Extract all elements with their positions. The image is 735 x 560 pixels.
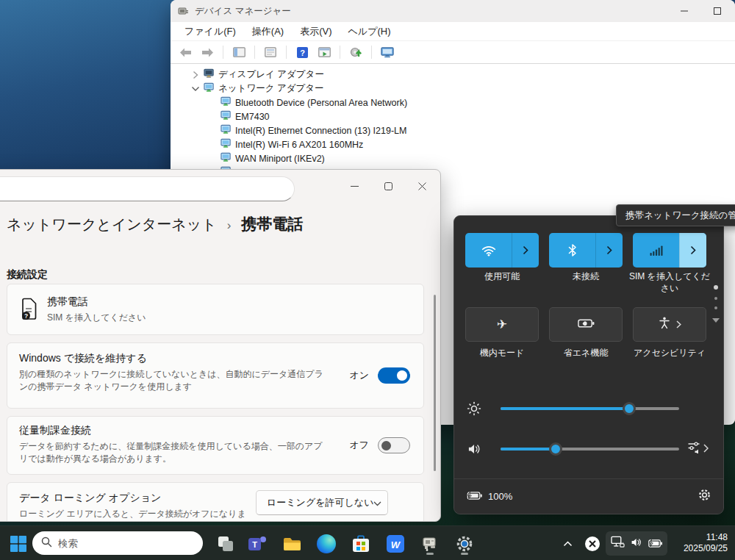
tree-item-display-adapters[interactable]: ディスプレイ アダプター — [191, 68, 324, 82]
metered-toggle[interactable] — [378, 437, 410, 453]
page-dot-active[interactable] — [714, 285, 718, 290]
settings-taskbar-icon[interactable] — [452, 531, 477, 556]
tree-item-network-adapters[interactable]: ネットワーク アダプター — [191, 82, 324, 96]
page-dot[interactable] — [714, 306, 717, 309]
task-view-button[interactable] — [213, 531, 238, 556]
maximize-button[interactable] — [371, 173, 405, 199]
system-tray-group[interactable] — [606, 531, 667, 556]
bluetooth-tile[interactable] — [549, 233, 623, 268]
menu-file[interactable]: ファイル(F) — [178, 23, 243, 40]
page-down-arrow-icon[interactable] — [712, 318, 720, 323]
page-dot[interactable] — [714, 297, 717, 300]
wps-office-icon[interactable]: W — [383, 531, 408, 556]
battery-tray-icon — [648, 537, 662, 550]
roaming-description: ローミング エリアに入ると、データ接続がオフになります。 — [19, 508, 262, 522]
help-icon[interactable]: ? — [293, 43, 311, 61]
roaming-dropdown[interactable]: ローミングを許可しない — [256, 490, 388, 515]
settings-search-box[interactable] — [0, 176, 295, 201]
tree-item-intel-ethernet[interactable]: Intel(R) Ethernet Connection (13) I219-L… — [220, 123, 406, 137]
bluetooth-icon[interactable] — [549, 233, 595, 268]
device-manager-app-icon — [178, 6, 189, 16]
device-manager-taskbar-icon[interactable] — [417, 531, 442, 556]
metered-connection-card: 従量制課金接続 データを節約するために、従量制課金接続を使用している場合、一部の… — [7, 416, 424, 475]
cellular-sim-card[interactable]: ? 携帯電話 SIM を挿入してください — [7, 284, 424, 335]
gear-icon[interactable] — [698, 488, 711, 505]
tree-item-label: Bluetooth Device (Personal Area Network) — [235, 98, 407, 108]
maximize-button[interactable] — [700, 0, 734, 22]
menu-view[interactable]: 表示(V) — [293, 23, 338, 40]
file-explorer-icon[interactable] — [279, 531, 304, 556]
display-adapter-icon — [204, 68, 215, 81]
wifi-tile[interactable] — [465, 233, 539, 268]
chevron-down-icon[interactable] — [191, 85, 200, 93]
svg-text:W: W — [391, 539, 401, 550]
tree-item-bluetooth-device[interactable]: Bluetooth Device (Personal Area Network) — [220, 96, 407, 110]
audio-output-selector[interactable] — [688, 441, 709, 456]
airplane-mode-tile[interactable]: ✈ — [465, 307, 539, 342]
menu-action[interactable]: 操作(A) — [245, 23, 290, 40]
toggle-state-label: オン — [349, 369, 369, 382]
audio-mixer-icon — [688, 441, 700, 456]
battery-saver-icon — [578, 318, 595, 331]
running-indicator — [461, 553, 468, 555]
breadcrumb-root[interactable]: ネットワークとインターネット — [7, 215, 217, 234]
minimize-button[interactable] — [337, 173, 371, 199]
start-button[interactable] — [7, 533, 29, 555]
microsoft-store-icon[interactable] — [348, 531, 373, 556]
wifi-expand-chevron-icon[interactable] — [512, 233, 539, 268]
cellular-card-title: 携帯電話 — [47, 295, 146, 309]
brightness-slider[interactable] — [501, 407, 679, 410]
breadcrumb: ネットワークとインターネット › 携帯電話 — [7, 214, 303, 234]
tray-chevron-up-icon[interactable] — [557, 531, 578, 556]
brightness-slider-thumb[interactable] — [623, 402, 636, 415]
settings-search-input[interactable] — [0, 177, 294, 201]
network-adapter-icon — [220, 138, 232, 151]
teams-app-icon[interactable]: T — [245, 531, 270, 556]
edge-browser-icon[interactable] — [314, 531, 339, 556]
properties-icon[interactable] — [262, 43, 279, 61]
device-manager-title: デバイス マネージャー — [195, 5, 291, 18]
battery-percent-label: 100% — [488, 491, 512, 502]
tree-item-wan-miniport[interactable]: WAN Miniport (IKEv2) — [220, 151, 325, 165]
menu-help[interactable]: ヘルプ(H) — [342, 23, 398, 40]
keep-connected-toggle[interactable] — [378, 367, 410, 384]
battery-status-button[interactable]: 100% — [466, 491, 512, 503]
accessibility-tile[interactable] — [633, 307, 706, 342]
volume-tray-icon — [631, 537, 642, 550]
volume-slider[interactable] — [501, 448, 679, 450]
wifi-tile-label: 使用可能 — [459, 270, 545, 282]
device-manager-menubar: ファイル(F) 操作(A) 表示(V) ヘルプ(H) — [171, 22, 735, 41]
cellular-signal-icon[interactable] — [633, 233, 679, 268]
back-icon[interactable] — [176, 43, 194, 61]
data-roaming-card: データ ローミング オプション ローミング エリアに入ると、データ接続がオフにな… — [7, 482, 424, 522]
taskbar-search-box[interactable] — [32, 531, 203, 555]
cellular-expand-chevron-icon[interactable] — [679, 233, 706, 268]
tray-status-x-icon[interactable] — [582, 531, 603, 556]
battery-saver-tile[interactable] — [549, 307, 623, 342]
quick-settings-panel: 使用可能 未接続 SIM を挿入してください ✈ 機内モード 省エネ機能 アクセ… — [453, 215, 724, 514]
forward-icon[interactable] — [198, 43, 216, 61]
minimize-button[interactable] — [667, 0, 700, 22]
wifi-icon[interactable] — [465, 233, 512, 268]
airplane-icon: ✈ — [497, 317, 507, 332]
taskbar-clock[interactable]: 11:48 2025/09/25 — [684, 532, 728, 554]
tree-item-em7430[interactable]: EM7430 — [220, 110, 270, 123]
console-tree-icon[interactable] — [230, 43, 248, 61]
scrollbar[interactable] — [434, 295, 436, 471]
chevron-right-icon[interactable] — [191, 71, 200, 79]
tree-item-intel-wifi[interactable]: Intel(R) Wi-Fi 6 AX201 160MHz — [220, 137, 363, 151]
devices-view-icon[interactable] — [379, 43, 396, 61]
cellular-tile[interactable] — [633, 233, 706, 268]
bluetooth-tile-label: 未接続 — [543, 270, 628, 282]
taskbar: T W — [0, 525, 735, 560]
volume-slider-thumb[interactable] — [549, 442, 562, 456]
taskbar-search-input[interactable] — [58, 538, 183, 549]
breadcrumb-separator-icon: › — [227, 218, 232, 233]
device-manager-titlebar[interactable]: デバイス マネージャー — [171, 0, 735, 22]
scan-hardware-icon[interactable] — [347, 43, 365, 61]
clock-date: 2025/09/25 — [684, 543, 728, 554]
close-icon[interactable] — [405, 173, 439, 199]
bluetooth-expand-chevron-icon[interactable] — [595, 233, 623, 268]
action-window-icon[interactable] — [315, 43, 333, 61]
volume-speaker-icon[interactable] — [466, 441, 482, 457]
